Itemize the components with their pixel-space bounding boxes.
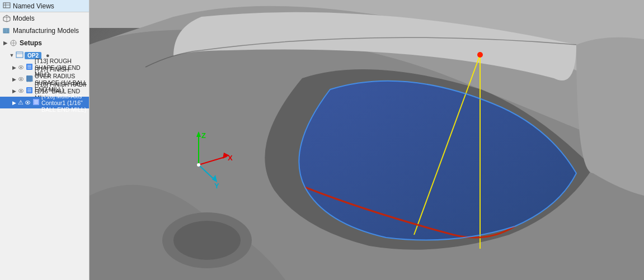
mfg-icon — [2, 26, 11, 35]
op2-expand-icon: ▼ — [9, 53, 15, 58]
t18b-warn-icon: ⚠ — [18, 99, 23, 106]
svg-point-34 — [20, 90, 22, 92]
setups-expand-icon: ▶ — [2, 40, 8, 46]
models-icon — [2, 14, 11, 23]
t18a-tool-icon — [26, 87, 33, 95]
named-views-label: Named Views — [13, 2, 54, 10]
svg-text:Z: Z — [201, 131, 206, 140]
setups-item[interactable]: ▶ Setups — [0, 37, 89, 49]
svg-rect-6 — [3, 29, 9, 33]
models-item[interactable]: Models — [0, 12, 89, 25]
svg-point-17 — [20, 67, 22, 68]
t18b-vis-icon — [25, 99, 31, 106]
t13-vis-icon — [18, 64, 25, 71]
t17-vis-icon — [18, 76, 25, 83]
mfg-models-item[interactable]: Manufacturing Models — [0, 25, 89, 37]
t18a-expand: ▶ — [11, 88, 17, 94]
model-canvas: Z X Y — [90, 0, 644, 280]
svg-point-40 — [27, 102, 29, 103]
t17-tool-icon — [26, 75, 33, 83]
t13-tool-icon — [26, 63, 33, 72]
views-icon — [2, 2, 11, 11]
t18b-expand: ▶ — [11, 100, 17, 106]
svg-point-51 — [173, 221, 241, 260]
left-panel: Named Views Models Manufacturing Models — [0, 0, 90, 280]
t18a-vis-icon — [18, 88, 25, 94]
mfg-models-label: Manufacturing Models — [13, 27, 79, 35]
named-views-item[interactable]: Named Views — [0, 0, 89, 12]
svg-rect-14 — [16, 52, 23, 58]
viewport[interactable]: Z X Y — [90, 0, 644, 280]
op2-setup-icon — [16, 51, 23, 60]
setups-icon — [9, 39, 18, 48]
svg-point-49 — [477, 52, 483, 58]
tool-item-t18b[interactable]: ▶ ⚠ [T18] Multi-Axis Contour1 (1/16" BAL… — [0, 97, 89, 108]
t13-expand: ▶ — [11, 65, 17, 70]
models-label: Models — [13, 15, 35, 22]
t17-expand: ▶ — [11, 77, 17, 82]
t18b-tool-icon — [32, 98, 40, 107]
svg-rect-0 — [3, 3, 10, 8]
svg-point-61 — [197, 163, 200, 167]
svg-text:X: X — [228, 154, 233, 162]
svg-text:Y: Y — [214, 182, 219, 190]
svg-point-23 — [20, 78, 22, 80]
t18b-label: [T18] Multi-Axis Contour1 (1/16" BALL EN… — [41, 93, 87, 113]
setups-label: Setups — [20, 39, 42, 47]
